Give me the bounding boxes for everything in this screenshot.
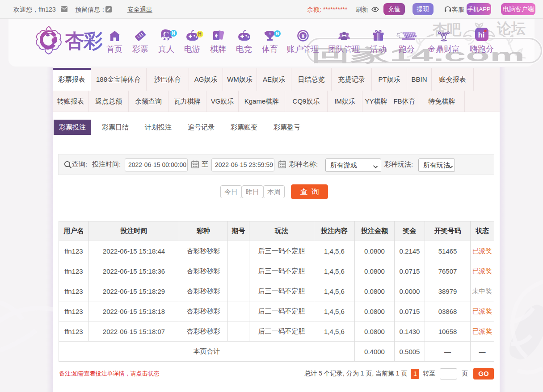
svg-text:1: 1 xyxy=(269,32,271,36)
svg-text:hi: hi xyxy=(478,31,484,39)
svg-text:¥: ¥ xyxy=(302,33,305,39)
